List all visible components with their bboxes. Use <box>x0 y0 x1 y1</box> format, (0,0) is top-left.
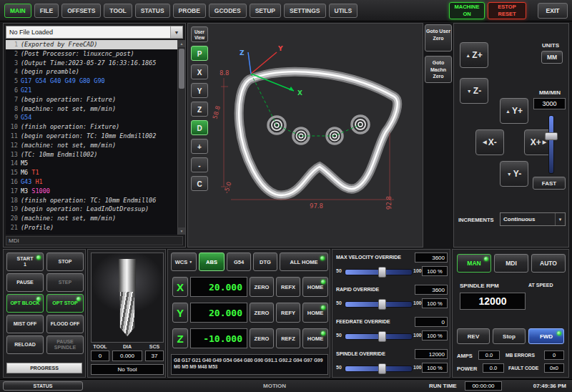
pause-button[interactable]: PAUSE <box>6 273 44 292</box>
view-button-minus[interactable]: - <box>191 157 208 172</box>
zero-z-button[interactable]: ZERO <box>250 328 274 348</box>
gcode-line-5[interactable]: 5G17 G54 G40 G49 G80 G90 <box>6 77 183 86</box>
menu-offsets[interactable]: OFFSETS <box>61 4 101 18</box>
units-mm-button[interactable]: MM <box>541 51 563 64</box>
slider-handle[interactable] <box>545 132 558 140</box>
wcs-dropdown-button[interactable]: WCS▼ <box>171 253 197 271</box>
auto-mode-button[interactable]: AUTO <box>531 254 566 273</box>
spindle-rev-button[interactable]: REV <box>457 328 490 344</box>
menu-utils[interactable]: UTILS <box>329 4 358 18</box>
opt-block-button[interactable]: OPT BLOCK <box>6 294 44 313</box>
axis-z-button[interactable]: Z <box>172 328 188 348</box>
opt-stop-button[interactable]: OPT STOP <box>46 294 84 313</box>
spindle-stop-button[interactable]: Stop <box>493 328 526 344</box>
jog-z-plus-button[interactable]: ▲Z+ <box>460 42 488 68</box>
gcode-line-8[interactable]: 8(machine: not set, mm/min) <box>6 104 183 114</box>
ref-y-button[interactable]: REFY <box>276 303 300 323</box>
gcode-line-11[interactable]: 11(begin operation: TC: 10mm Endmill002 <box>6 132 183 141</box>
gcode-line-18[interactable]: 18(finish operation: TC: 10mm Endmill06 <box>6 196 183 205</box>
mdi-entry[interactable]: MDI <box>6 236 183 245</box>
menu-probe[interactable]: PROBE <box>173 4 206 18</box>
menu-main[interactable]: MAIN <box>4 4 31 18</box>
file-combo[interactable]: No File Loaded ▼ <box>6 26 183 39</box>
jog-y-minus-button[interactable]: ▼Y- <box>500 161 528 187</box>
abs-button[interactable]: ABS <box>199 253 225 271</box>
gcode-line-16[interactable]: 16G43 H1 <box>6 177 183 187</box>
gcode-line-13[interactable]: 13(TC: 10mm Endmill002) <box>6 150 183 160</box>
all-home-button[interactable]: ALL HOME <box>280 253 328 271</box>
max-velocity-slider[interactable] <box>345 268 411 275</box>
scroll-down-icon[interactable]: ▼ <box>178 227 185 235</box>
exit-button[interactable]: EXIT <box>538 3 568 19</box>
gcode-line-6[interactable]: 6G21 <box>6 86 183 95</box>
flood-button[interactable]: FLOOD OFF <box>46 315 84 333</box>
pause-spindle-button[interactable]: PAUSE SPINDLE <box>46 335 84 354</box>
gcode-line-1[interactable]: 1(Exported by FreeCAD) <box>6 40 183 49</box>
mdi-mode-button[interactable]: MDI <box>494 254 528 273</box>
feedrate-override-slider[interactable] <box>345 332 411 340</box>
toolpath-canvas[interactable]: X Y Z 8.8 58.8 -5.0 97.8 92.8 <box>188 24 423 247</box>
slider-handle[interactable] <box>378 331 386 342</box>
spindle-fwd-button[interactable]: FWD <box>528 328 564 344</box>
gcode-scrollbar[interactable]: ▲ ▼ <box>177 40 185 235</box>
chevron-down-icon[interactable]: ▼ <box>170 26 182 38</box>
home-y-button[interactable]: HOME <box>302 303 328 323</box>
gcode-line-2[interactable]: 2(Post Processor: linuxcnc_post) <box>6 49 183 59</box>
view-button-p[interactable]: P <box>191 46 208 61</box>
stop-button[interactable]: STOP <box>46 253 84 271</box>
jog-z-minus-button[interactable]: ▼Z- <box>460 78 488 104</box>
gcode-line-3[interactable]: 3(Output Time:2023-05-27 16:33:16.1865 <box>6 59 183 68</box>
gcode-line-12[interactable]: 12(machine: not set, mm/min) <box>6 141 183 150</box>
menu-status[interactable]: STATUS <box>135 4 170 18</box>
gcode-line-17[interactable]: 17M3 S1000 <box>6 187 183 196</box>
menu-tool[interactable]: TOOL <box>104 4 132 18</box>
scrollbar-thumb[interactable] <box>179 49 184 89</box>
view-button-plus[interactable]: + <box>191 139 208 154</box>
reload-button[interactable]: RELOAD <box>6 335 44 354</box>
zero-x-button[interactable]: ZERO <box>250 277 274 297</box>
menu-file[interactable]: FILE <box>34 4 59 18</box>
gcode-line-20[interactable]: 20(machine: not set, mm/min) <box>6 214 183 223</box>
view-button-user-view[interactable]: User View <box>191 26 208 42</box>
menu-gcodes[interactable]: GCODES <box>209 4 247 18</box>
slider-handle[interactable] <box>378 267 386 278</box>
gcode-line-9[interactable]: 9G54 <box>6 113 183 122</box>
home-x-button[interactable]: HOME <box>302 277 328 297</box>
status-button[interactable]: STATUS <box>3 381 83 391</box>
jog-speed-slider[interactable] <box>546 115 556 172</box>
gcode-line-10[interactable]: 10(finish operation: Fixture) <box>6 122 183 132</box>
slider-handle[interactable] <box>378 363 386 374</box>
increments-dropdown[interactable]: Continuous ▼ <box>500 212 566 226</box>
axis-y-button[interactable]: Y <box>172 303 188 323</box>
menu-settings[interactable]: SETTINGS <box>284 4 326 18</box>
goto-user-zero-button[interactable]: Goto User Zero <box>425 24 452 52</box>
menu-setup[interactable]: SETUP <box>250 4 281 18</box>
axis-x-button[interactable]: X <box>172 277 188 297</box>
goto-machine-zero-button[interactable]: Goto Machn Zero <box>425 56 452 83</box>
spindle-override-slider[interactable] <box>345 364 411 372</box>
zero-y-button[interactable]: ZERO <box>250 303 274 323</box>
dtg-button[interactable]: DTG <box>253 253 277 271</box>
man-mode-button[interactable]: MAN <box>457 254 491 273</box>
scroll-up-icon[interactable]: ▲ <box>178 40 185 47</box>
home-z-button[interactable]: HOME <box>302 328 328 348</box>
start-button[interactable]: START 1 <box>6 253 44 271</box>
jog-x-minus-button[interactable]: ◀X- <box>475 129 504 155</box>
view-button-x[interactable]: X <box>191 64 208 79</box>
view-button-z[interactable]: Z <box>191 102 208 117</box>
gcode-line-7[interactable]: 7(begin operation: Fixture) <box>6 95 183 104</box>
view-button-y[interactable]: Y <box>191 83 208 98</box>
gcode-view[interactable]: 1(Exported by FreeCAD)2(Post Processor: … <box>6 40 183 235</box>
gcode-line-4[interactable]: 4(begin preamble) <box>6 67 183 77</box>
step-button[interactable]: STEP <box>46 273 84 292</box>
slider-handle[interactable] <box>378 299 386 310</box>
estop-reset-button[interactable]: ESTOP RESET <box>488 2 526 19</box>
view-button-c[interactable]: C <box>191 176 208 191</box>
g54-button[interactable]: G54 <box>227 253 251 271</box>
fast-button[interactable]: FAST <box>533 177 566 190</box>
gcode-line-19[interactable]: 19(begin operation: LeadInOutDressup) <box>6 205 183 214</box>
jog-y-plus-button[interactable]: ▲Y+ <box>500 98 528 124</box>
gcode-line-14[interactable]: 14M5 <box>6 159 183 168</box>
gcode-line-21[interactable]: 21(Profile) <box>6 223 183 232</box>
gcode-line-15[interactable]: 15M6 T1 <box>6 168 183 177</box>
